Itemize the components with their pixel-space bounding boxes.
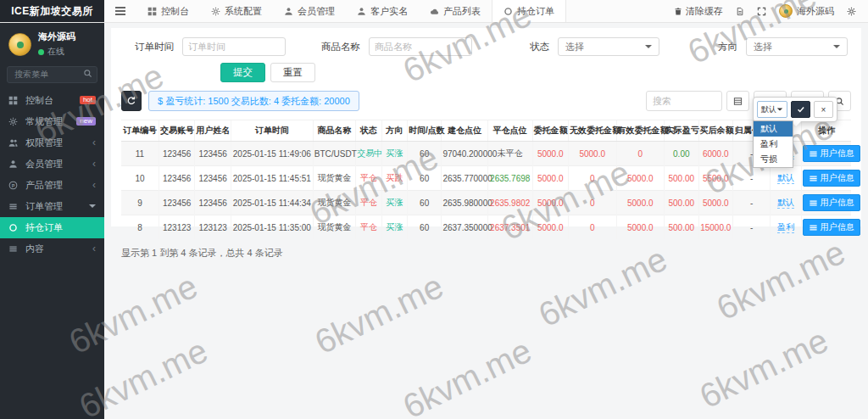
confirm-button[interactable]	[791, 101, 810, 118]
watermark: 6kvm.me	[309, 267, 449, 362]
table-cell: 60	[420, 149, 429, 159]
user-info-button[interactable]: 用户信息	[803, 194, 860, 211]
table-cell: -	[750, 174, 753, 183]
refresh-button[interactable]	[121, 91, 142, 111]
sidebar-toggle-button[interactable]	[104, 0, 136, 22]
direction-select[interactable]: 选择	[746, 37, 848, 56]
table-cell: 123456	[198, 174, 226, 183]
check-icon	[797, 105, 805, 114]
cancel-button[interactable]: ×	[814, 101, 833, 118]
inline-edit-link[interactable]: 默认	[777, 198, 794, 209]
fullscreen-icon[interactable]	[757, 7, 766, 16]
dropdown-option[interactable]: 盈利	[754, 137, 793, 152]
dropdown-option[interactable]: 亏损	[754, 152, 793, 167]
nav-tab-4[interactable]: 产品列表	[419, 0, 492, 22]
table-cell: 500.00	[669, 174, 695, 183]
sidebar-item-1[interactable]: 常规管理new	[0, 111, 104, 132]
reset-button[interactable]: 重置	[270, 63, 315, 82]
nav-tab-1[interactable]: 系统配置	[200, 0, 273, 22]
table-row: 91234561234562025-01-15 11:44:34现货黄金平仓买涨…	[121, 191, 851, 215]
chevron-down-icon	[645, 45, 652, 48]
column-header: 建仓点位	[442, 120, 488, 142]
nav-tab-0[interactable]: 控制台	[136, 0, 200, 22]
user-info-button[interactable]: 用户信息	[803, 145, 860, 162]
column-header: 有效委托金额	[616, 120, 665, 142]
user-icon	[284, 7, 293, 16]
table-cell: 5000.0	[537, 174, 564, 183]
svg-text:P: P	[12, 182, 15, 187]
column-header: 实际盈亏	[665, 120, 698, 142]
watermark: 6kvm.me	[693, 321, 834, 416]
chevron-down-icon	[89, 204, 96, 208]
username-label: 海外源码	[797, 5, 834, 18]
order-time-input[interactable]	[182, 37, 286, 56]
status-label: 状态	[497, 41, 549, 53]
table-cell: 2635.980000	[442, 198, 492, 208]
nav-tab-3[interactable]: 客户实名	[346, 0, 419, 22]
sidebar-item-5[interactable]: 订单管理	[0, 196, 104, 217]
badge: hot	[80, 96, 96, 105]
inline-edit-link[interactable]: 盈利	[777, 222, 794, 233]
status-select[interactable]: 选择	[558, 37, 659, 56]
table-cell: 8	[137, 223, 142, 232]
avatar	[779, 4, 793, 18]
table-cell: 未平仓	[498, 148, 523, 158]
watermark: 6kvm.me	[397, 332, 537, 419]
edit-option-select[interactable]: 默认	[757, 101, 787, 118]
nav-tab-2[interactable]: 会员管理	[273, 0, 346, 22]
toggle-view-button[interactable]	[726, 91, 749, 111]
table-row: 111234561234562025-01-15 11:49:06BTC/USD…	[121, 142, 851, 166]
column-header: 订单时间	[231, 120, 313, 142]
table-search-input[interactable]	[646, 91, 722, 111]
column-header: 操作	[801, 120, 851, 142]
table-cell: 2637.350000	[442, 223, 492, 232]
circle-icon	[8, 223, 19, 232]
column-header: 用户姓名	[195, 120, 231, 142]
dropdown-option[interactable]: 默认	[754, 121, 793, 137]
sidebar-item-7[interactable]: 内容‹	[0, 238, 104, 260]
table-cell: 现货黄金	[318, 173, 352, 182]
chevron-left-icon: ‹	[92, 159, 96, 169]
profit-stats-badge: $ 盈亏统计: 1500 交易比数: 4 委托金额: 20000	[148, 91, 359, 111]
sidebar-item-3[interactable]: 会员管理‹	[0, 154, 104, 175]
table-row: 81231231231232025-01-15 11:35:00现货黄金平仓买涨…	[121, 215, 851, 240]
table-cell: 2025-01-15 11:35:00	[233, 223, 311, 232]
table-cell: 123456	[163, 149, 191, 159]
table-cell: 现货黄金	[318, 198, 352, 207]
sidebar-item-0[interactable]: 控制台hot	[0, 90, 104, 111]
sidebar-item-2[interactable]: 权限管理‹	[0, 132, 104, 154]
chevron-left-icon: ‹	[92, 243, 96, 254]
top-navbar: ICE新加坡交易所 控制台系统配置会员管理客户实名产品列表持仓订单 清除缓存 海…	[0, 0, 868, 23]
table-cell: 2025-01-15 11:49:06	[233, 149, 311, 159]
column-header: 平仓点位	[487, 120, 532, 142]
user-icon	[8, 159, 19, 169]
user-menu[interactable]: 海外源码	[779, 4, 834, 18]
table-cell: 交易中	[357, 148, 382, 158]
table-cell: 5000.0	[627, 174, 654, 183]
avatar	[8, 33, 31, 56]
table-cell: 123456	[198, 149, 226, 159]
table-cell: 60	[420, 174, 429, 183]
submit-button[interactable]: 提交	[220, 63, 265, 82]
product-name-input[interactable]	[369, 37, 472, 56]
gear-icon[interactable]	[847, 7, 856, 16]
inline-edit-link[interactable]: 默认	[777, 173, 794, 184]
document-icon[interactable]	[736, 7, 744, 16]
sidebar-item-6[interactable]: 持仓订单	[0, 217, 104, 238]
list-icon	[809, 223, 818, 232]
trash-icon	[674, 7, 682, 16]
nav-tab-5[interactable]: 持仓订单	[492, 0, 566, 22]
sidebar-item-4[interactable]: P产品管理‹	[0, 175, 104, 196]
user-info-button[interactable]: 用户信息	[803, 170, 860, 187]
cloud-icon	[430, 7, 439, 16]
column-header: 交易账号	[159, 120, 194, 142]
clear-cache-button[interactable]: 清除缓存	[674, 5, 723, 18]
order-time-label: 订单时间	[121, 41, 174, 53]
list-icon	[809, 149, 818, 159]
table-cell: 买涨	[386, 198, 403, 207]
users-icon	[8, 138, 19, 148]
table-cell: 0.00	[673, 149, 689, 159]
table-cell: 123456	[163, 198, 191, 208]
user-info-button[interactable]: 用户信息	[803, 219, 860, 236]
table-cell: 5500.0	[703, 174, 729, 183]
